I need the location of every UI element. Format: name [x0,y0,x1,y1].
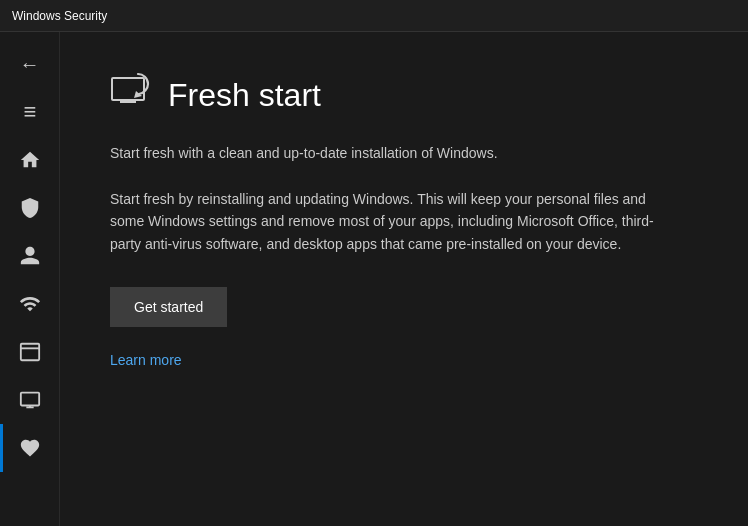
fresh-start-icon [110,72,152,119]
reinstall-icon [110,72,152,110]
sidebar-item-shield[interactable] [0,184,59,232]
learn-more-link[interactable]: Learn more [110,352,182,368]
sidebar: ← ≡ [0,32,60,526]
app-container: ← ≡ [0,32,748,526]
svg-rect-0 [20,344,38,361]
page-header: Fresh start [110,72,698,119]
sidebar-item-back[interactable]: ← [0,40,59,88]
home-icon [19,149,41,171]
sidebar-item-home[interactable] [0,136,59,184]
health-icon [19,437,41,459]
sidebar-item-health[interactable] [0,424,59,472]
sidebar-item-account[interactable] [0,232,59,280]
sidebar-item-menu[interactable]: ≡ [0,88,59,136]
device-icon [19,389,41,411]
sidebar-item-browser[interactable] [0,328,59,376]
title-bar: Windows Security [0,0,748,32]
person-icon [19,245,41,267]
shield-icon [19,197,41,219]
back-icon: ← [20,54,40,74]
menu-icon: ≡ [24,101,36,123]
get-started-button[interactable]: Get started [110,287,227,327]
sidebar-item-network[interactable] [0,280,59,328]
description-long: Start fresh by reinstalling and updating… [110,188,670,255]
svg-rect-2 [20,393,38,406]
main-content: Fresh start Start fresh with a clean and… [60,32,748,526]
page-title: Fresh start [168,77,321,114]
sidebar-item-device[interactable] [0,376,59,424]
description-short: Start fresh with a clean and up-to-date … [110,143,698,164]
title-bar-text: Windows Security [12,9,107,23]
wifi-icon [19,293,41,315]
browser-icon [19,341,41,363]
